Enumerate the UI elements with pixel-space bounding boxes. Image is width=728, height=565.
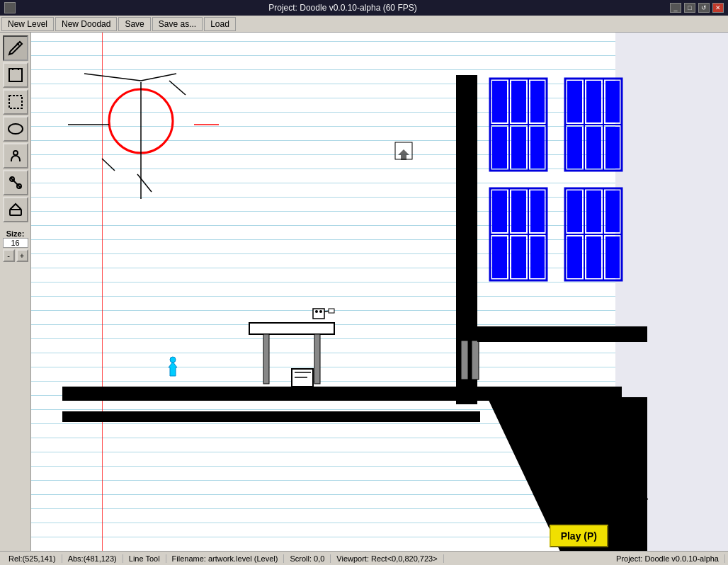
vert-element1 [461, 341, 468, 379]
svg-rect-33 [567, 81, 582, 122]
svg-rect-3 [9, 96, 22, 108]
eraser-tool[interactable] [3, 197, 28, 222]
save-as-button[interactable]: Save as... [152, 17, 203, 31]
status-tool: Line Tool [123, 554, 166, 563]
svg-rect-36 [567, 127, 582, 169]
size-control: Size: 16 - + [3, 229, 28, 262]
svg-rect-23 [492, 81, 507, 122]
svg-line-6 [11, 178, 21, 188]
line-6 [102, 159, 115, 171]
status-abs: Abs:(481,123) [62, 554, 123, 563]
status-viewport: Viewport: Rect<0,0,820,723> [331, 554, 443, 563]
save-button[interactable]: Save [118, 17, 150, 31]
maximize-button[interactable]: □ [684, 3, 695, 13]
size-plus-button[interactable]: + [16, 249, 28, 262]
svg-rect-54 [586, 190, 601, 232]
svg-rect-35 [605, 81, 620, 122]
line-2 [141, 74, 176, 81]
level-canvas[interactable]: Play (P) [31, 33, 615, 565]
status-bar: Rel:(525,141) Abs:(481,123) Line Tool Fi… [0, 551, 728, 565]
new-doodad-button[interactable]: New Doodad [55, 17, 117, 31]
player-character [169, 357, 177, 376]
svg-rect-27 [511, 127, 526, 169]
canvas-area[interactable]: Play (P) Palette solid decoration fire w… [31, 33, 728, 565]
left-leg [263, 334, 269, 384]
svg-rect-26 [492, 127, 507, 169]
pencil-tool[interactable] [3, 35, 28, 61]
vert-element2 [472, 341, 479, 379]
size-minus-button[interactable]: - [3, 249, 15, 262]
restore-button[interactable]: ↺ [698, 3, 710, 13]
svg-rect-43 [492, 190, 507, 232]
svg-rect-0 [9, 69, 22, 81]
new-level-button[interactable]: New Level [1, 17, 54, 31]
box-select-tool[interactable] [3, 89, 28, 115]
svg-point-5 [13, 151, 18, 155]
svg-rect-57 [586, 236, 601, 278]
window-title: Project: Doodle v0.0.10-alpha (60 FPS) [16, 3, 670, 13]
svg-rect-53 [567, 190, 582, 232]
window-group-2 [565, 79, 622, 171]
toolbar: Size: 16 - + [0, 33, 31, 565]
line-7 [137, 174, 152, 192]
svg-rect-58 [605, 236, 620, 278]
svg-rect-56 [567, 236, 582, 278]
size-label: Size: [3, 229, 28, 238]
minimize-button[interactable]: _ [670, 3, 681, 13]
svg-rect-45 [530, 190, 545, 232]
link-tool[interactable] [3, 170, 28, 195]
status-project: Project: Doodle v0.0.10-alpha [610, 554, 725, 563]
robot-body [313, 309, 324, 319]
svg-point-14 [319, 310, 322, 313]
ellipse-tool[interactable] [3, 116, 28, 142]
svg-rect-48 [530, 236, 545, 278]
canvas-svg[interactable] [31, 33, 615, 565]
svg-rect-44 [511, 190, 526, 232]
svg-rect-34 [586, 81, 601, 122]
svg-rect-9 [10, 210, 21, 215]
svg-marker-17 [169, 362, 177, 376]
svg-rect-55 [605, 190, 620, 232]
top-right-bar [477, 326, 647, 342]
platform-top [249, 323, 334, 334]
svg-rect-28 [530, 127, 545, 169]
svg-rect-25 [530, 81, 545, 122]
window-group-3 [490, 188, 547, 280]
window-group-1 [490, 79, 547, 171]
load-button[interactable]: Load [204, 17, 236, 31]
app-icon [4, 2, 16, 13]
status-filename: Filename: artwork.level (Level) [166, 554, 285, 563]
menubar: New Level New Doodad Save Save as... Loa… [0, 16, 728, 33]
right-leg [314, 334, 320, 384]
svg-rect-37 [586, 127, 601, 169]
svg-rect-16 [329, 309, 334, 313]
svg-rect-47 [511, 236, 526, 278]
svg-rect-24 [511, 81, 526, 122]
svg-point-18 [170, 357, 176, 363]
window-group-4 [565, 188, 622, 280]
size-value: 16 [3, 238, 28, 248]
rect-select-tool[interactable] [3, 62, 28, 88]
lower-floor [62, 411, 480, 422]
main-area: Size: 16 - + [0, 33, 728, 565]
play-button[interactable]: Play (P) [550, 525, 608, 547]
status-rel: Rel:(525,141) [3, 554, 62, 563]
close-button[interactable]: ✕ [712, 3, 724, 13]
svg-rect-38 [605, 127, 620, 169]
svg-rect-46 [492, 236, 507, 278]
line-1 [84, 74, 141, 81]
status-scroll: Scroll: 0,0 [284, 554, 331, 563]
actor-tool[interactable] [3, 143, 28, 169]
line-5 [169, 81, 186, 95]
svg-point-13 [315, 310, 318, 313]
svg-point-4 [8, 124, 23, 134]
title-bar: Project: Doodle v0.0.10-alpha (60 FPS) _… [0, 0, 728, 16]
